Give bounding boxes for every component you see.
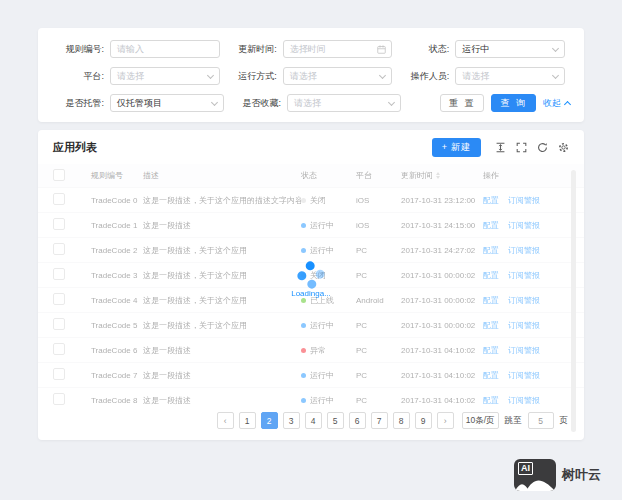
row-checkbox[interactable] [53, 393, 65, 405]
row-checkbox[interactable] [53, 218, 65, 230]
updated-cell: 2017-10-31 00:00:02 [401, 321, 483, 330]
platform-cell: PC [356, 321, 401, 330]
platform-select[interactable]: 请选择 [110, 67, 220, 85]
page-button-5[interactable]: 5 [327, 412, 344, 429]
subscribe-alert-link[interactable]: 订阅警报 [508, 346, 540, 355]
favorite-label: 是否收藏: [229, 97, 281, 110]
run-mode-select[interactable]: 请选择 [283, 67, 393, 85]
updated-cell: 2017-10-31 24:27:02 [401, 246, 483, 255]
configure-link[interactable]: 配置 [483, 371, 499, 380]
rule-no-label: 规则编号: [52, 43, 104, 56]
chevron-down-icon [552, 45, 559, 52]
rule-code: TradeCode 5 [91, 321, 143, 330]
table-row[interactable]: TradeCode 8 这是一段描述 运行中 PC 2017-10-31 04:… [38, 387, 584, 412]
row-checkbox[interactable] [53, 193, 65, 205]
hosted-select[interactable]: 仅托管项目 [110, 94, 224, 112]
col-header-status[interactable]: 状态 [301, 170, 356, 181]
status-select[interactable]: 运行中 [455, 40, 565, 58]
jump-page-input[interactable]: 5 [528, 412, 554, 429]
platform-cell: PC [356, 396, 401, 405]
configure-link[interactable]: 配置 [483, 346, 499, 355]
page-size-select[interactable]: 10条/页 [462, 412, 499, 429]
configure-link[interactable]: 配置 [483, 221, 499, 230]
new-button[interactable]: +新建 [432, 138, 481, 157]
platform-cell: PC [356, 246, 401, 255]
col-header-description[interactable]: 描述 [143, 170, 301, 181]
page-button-1[interactable]: 1 [239, 412, 256, 429]
filter-form-card: 规则编号: 请输入 更新时间: 选择时间 状态: 运行中 平台: 请选择 运行方… [38, 28, 584, 122]
row-checkbox[interactable] [53, 368, 65, 380]
next-page-button[interactable]: › [437, 412, 454, 429]
settings-icon[interactable] [558, 142, 569, 153]
ai-image-logo-icon: AI [514, 459, 556, 491]
updated-cell: 2017-10-31 24:15:00 [401, 221, 483, 230]
subscribe-alert-link[interactable]: 订阅警报 [508, 371, 540, 380]
table-row[interactable]: TradeCode 6 这是一段描述 异常 PC 2017-10-31 04:1… [38, 337, 584, 362]
chevron-up-icon [564, 100, 571, 107]
row-checkbox[interactable] [53, 343, 65, 355]
field-rule-no: 规则编号: 请输入 [52, 40, 220, 58]
subscribe-alert-link[interactable]: 订阅警报 [508, 221, 540, 230]
field-run-mode: 运行方式: 请选择 [225, 67, 393, 85]
col-header-updated[interactable]: 更新时间 [401, 170, 483, 181]
status-dot [301, 323, 306, 328]
rule-description: 这是一段描述，关于这个应用 [143, 320, 301, 331]
col-header-platform[interactable]: 平台 [356, 170, 401, 181]
collapse-link[interactable]: 收起 [543, 97, 570, 110]
configure-link[interactable]: 配置 [483, 246, 499, 255]
table-row[interactable]: TradeCode 7 这是一段描述 运行中 PC 2017-10-31 04:… [38, 362, 584, 387]
page-button-6[interactable]: 6 [349, 412, 366, 429]
status-dot [301, 373, 306, 378]
app-list-card: 应用列表 +新建 规则编号 描述 状态 平台 更新时间 操作 TradeCode… [38, 130, 584, 440]
page-button-7[interactable]: 7 [371, 412, 388, 429]
configure-link[interactable]: 配置 [483, 321, 499, 330]
table-scrollbar[interactable] [571, 170, 576, 432]
rule-description: 这是一段描述 [143, 395, 301, 406]
updated-cell: 2017-10-31 04:10:02 [401, 396, 483, 405]
subscribe-alert-link[interactable]: 订阅警报 [508, 196, 540, 205]
page-button-8[interactable]: 8 [393, 412, 410, 429]
prev-page-button[interactable]: ‹ [217, 412, 234, 429]
rule-code: TradeCode 6 [91, 346, 143, 355]
field-hosted: 是否托管: 仅托管项目 [52, 94, 224, 112]
updated-cell: 2017-10-31 23:12:00 [401, 196, 483, 205]
rule-description: 这是一段描述 [143, 220, 301, 231]
run-mode-label: 运行方式: [225, 70, 277, 83]
rule-description: 这是一段描述，关于这个应用 [143, 245, 301, 256]
row-checkbox[interactable] [53, 318, 65, 330]
select-all-checkbox[interactable] [53, 169, 65, 181]
table-row[interactable]: TradeCode 1 这是一段描述 运行中 iOS 2017-10-31 24… [38, 212, 584, 237]
chevron-down-icon [388, 99, 395, 106]
page-button-4[interactable]: 4 [305, 412, 322, 429]
update-time-datepicker[interactable]: 选择时间 [283, 40, 393, 58]
field-update-time: 更新时间: 选择时间 [225, 40, 393, 58]
operator-select[interactable]: 请选择 [455, 67, 565, 85]
reset-button[interactable]: 重 置 [440, 94, 485, 112]
rule-code: TradeCode 8 [91, 396, 143, 405]
configure-link[interactable]: 配置 [483, 396, 499, 405]
rule-no-input[interactable]: 请输入 [110, 40, 220, 58]
subscribe-alert-link[interactable]: 订阅警报 [508, 246, 540, 255]
reload-icon[interactable] [537, 142, 548, 153]
subscribe-alert-link[interactable]: 订阅警报 [508, 321, 540, 330]
configure-link[interactable]: 配置 [483, 196, 499, 205]
col-header-rule-code[interactable]: 规则编号 [91, 170, 143, 181]
platform-cell: PC [356, 371, 401, 380]
table-row[interactable]: TradeCode 2 这是一段描述，关于这个应用 运行中 PC 2017-10… [38, 237, 584, 262]
page-button-9[interactable]: 9 [415, 412, 432, 429]
column-height-icon[interactable] [495, 142, 506, 153]
row-checkbox[interactable] [53, 243, 65, 255]
search-button[interactable]: 查 询 [491, 94, 536, 112]
page-button-3[interactable]: 3 [283, 412, 300, 429]
page-button-2-active[interactable]: 2 [261, 412, 278, 429]
fullscreen-icon[interactable] [516, 142, 527, 153]
field-status: 状态: 运行中 [397, 40, 565, 58]
favorite-select[interactable]: 请选择 [287, 94, 401, 112]
subscribe-alert-link[interactable]: 订阅警报 [508, 396, 540, 405]
table-row[interactable]: TradeCode 0 这是一段描述，关于这个应用的描述文字内容 关闭 iOS … [38, 187, 584, 212]
jump-suffix: 页 [560, 415, 569, 427]
updated-cell: 2017-10-31 04:10:02 [401, 346, 483, 355]
sort-caret-icon[interactable] [436, 172, 440, 179]
rule-code: TradeCode 2 [91, 246, 143, 255]
table-row[interactable]: TradeCode 5 这是一段描述，关于这个应用 运行中 PC 2017-10… [38, 312, 584, 337]
